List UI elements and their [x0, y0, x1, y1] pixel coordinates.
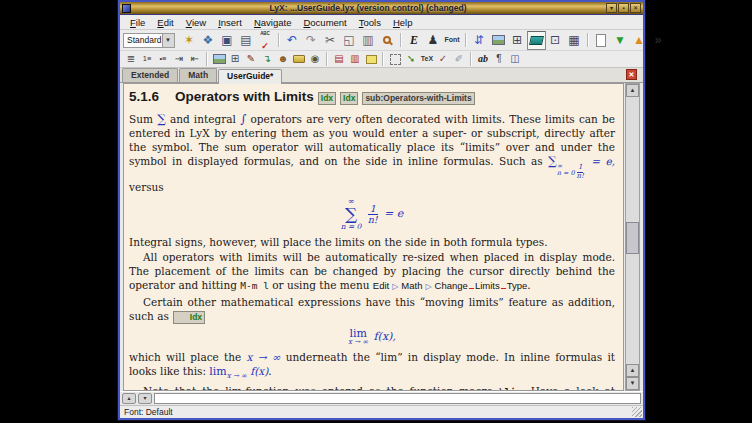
cut-icon[interactable]: ✂: [321, 31, 340, 50]
menu-help[interactable]: Help: [387, 16, 419, 29]
open-folder-icon[interactable]: [291, 52, 307, 67]
spellcheck-icon[interactable]: ABC✓: [256, 31, 275, 50]
menu-document[interactable]: Document: [297, 16, 352, 29]
scroll-up-button[interactable]: ▲: [626, 84, 639, 97]
sum-operator: ∞ ∑ n = 0: [341, 198, 362, 231]
inline-lim-formula[interactable]: limx → ∞ f(x): [209, 365, 268, 377]
insert-graphics-glyph: ⊡: [550, 34, 560, 46]
preview-document-icon[interactable]: [592, 31, 611, 50]
toolbar-overflow-icon[interactable]: »: [649, 31, 668, 50]
undo-icon[interactable]: ↶: [283, 31, 302, 50]
insert-note-icon[interactable]: [363, 52, 379, 67]
insert-file-icon[interactable]: ➘: [403, 52, 419, 67]
history-down-button[interactable]: ▾: [138, 393, 152, 404]
insert-table-glyph: ⊞: [512, 34, 522, 46]
scroll-up-button-bottom[interactable]: ▲: [626, 364, 639, 377]
find-glyph: [383, 36, 391, 44]
insert-box-icon[interactable]: [387, 52, 403, 67]
resize-grip[interactable]: [632, 407, 642, 417]
index-inset[interactable]: Idx: [318, 92, 336, 105]
new-document-icon[interactable]: ✶: [180, 31, 199, 50]
paragraph-layout-combo[interactable]: Standard ▼: [123, 33, 175, 48]
print-icon[interactable]: ▤: [237, 31, 256, 50]
paragraph-settings-icon[interactable]: ¶: [491, 52, 507, 67]
sum-lower-limit: n = 0: [341, 223, 362, 231]
open-document-icon[interactable]: ❖: [199, 31, 218, 50]
vertical-scrollbar[interactable]: ▲ ▲ ▼: [625, 83, 640, 391]
buffer-tabbar: ExtendedMathUserGuide* ✕: [120, 68, 643, 83]
close-button[interactable]: ✕: [630, 3, 641, 13]
shade-button[interactable]: ▾: [606, 3, 617, 13]
menu-file[interactable]: File: [124, 16, 151, 29]
text-style-icon[interactable]: ab: [475, 52, 491, 67]
insert-footnote-icon[interactable]: ▤: [331, 52, 347, 67]
command-minibuffer-input[interactable]: [154, 393, 641, 404]
find-icon[interactable]: [378, 31, 397, 50]
tab-extended[interactable]: Extended: [122, 68, 178, 82]
save-icon[interactable]: ▣: [218, 31, 237, 50]
paste-icon[interactable]: ▥: [359, 31, 378, 50]
insert-note-glyph: [366, 55, 377, 64]
thesaurus-icon[interactable]: ◫: [507, 52, 523, 67]
font-icon[interactable]: Font: [443, 31, 462, 50]
print-glyph: ▤: [240, 34, 251, 46]
insert-graphics-icon[interactable]: ⊡: [546, 31, 565, 50]
menu-edit[interactable]: Edit: [151, 16, 179, 29]
inline-sum-formula[interactable]: ∑∞n = 01n! = e,: [548, 155, 615, 167]
tex-code-icon[interactable]: TeX: [419, 52, 435, 67]
insert-figure-icon[interactable]: [489, 31, 508, 50]
chevron-down-icon[interactable]: ▼: [162, 34, 174, 47]
paste-glyph: ▥: [362, 34, 373, 46]
save-glyph: ▣: [221, 34, 232, 46]
title-bar[interactable]: LyX: ...UserGuide.lyx (version control) …: [120, 2, 643, 15]
depth-decrement-icon[interactable]: ▼: [611, 31, 630, 50]
tab-math[interactable]: Math: [179, 68, 217, 82]
paragraph: Sum ∑ and integral ∫ operators are very …: [129, 112, 615, 194]
scroll-down-button[interactable]: ▼: [626, 377, 639, 390]
math-panel-icon[interactable]: [527, 31, 546, 50]
denominator: n!: [368, 215, 378, 225]
insert-table-icon[interactable]: ⊞: [508, 31, 527, 50]
menu-view[interactable]: View: [180, 16, 212, 29]
open-folder-glyph: [293, 55, 305, 63]
display-formula-lim[interactable]: lim x → ∞ f(x),: [129, 328, 615, 346]
insert-figure2-glyph: [213, 54, 226, 64]
attach-icon[interactable]: ✐: [451, 52, 467, 67]
index-inset[interactable]: Idx: [173, 311, 205, 324]
status-bar: Font: Default: [120, 405, 643, 418]
noun-icon[interactable]: ♟: [424, 31, 443, 50]
maximize-button[interactable]: ▪: [618, 3, 629, 13]
insert-marginnote-glyph: ▥: [350, 54, 359, 64]
scrollbar-track[interactable]: [626, 97, 639, 364]
lim-operator: lim x → ∞: [348, 328, 368, 346]
document-canvas[interactable]: 5.1.6 Operators with Limits Idx Idx sub:…: [123, 83, 624, 391]
tab-userguide[interactable]: UserGuide*: [218, 69, 282, 84]
section-title: Operators with Limits: [175, 90, 314, 104]
denominator: n!: [577, 173, 584, 181]
insert-footnote-glyph: ▤: [334, 54, 343, 64]
menu-insert[interactable]: Insert: [212, 16, 248, 29]
line-spacing-icon[interactable]: ⇵: [470, 31, 489, 50]
scrollbar-thumb[interactable]: [626, 222, 639, 254]
close-buffer-button[interactable]: ✕: [626, 69, 637, 80]
section-number: 5.1.6: [129, 90, 159, 104]
paragraph-settings-glyph: ¶: [496, 54, 501, 64]
font-glyph: Font: [444, 34, 459, 46]
copy-icon[interactable]: ◱: [340, 31, 359, 50]
version-check-icon[interactable]: ✓: [435, 52, 451, 67]
index-inset[interactable]: Idx: [340, 92, 358, 105]
menu-tools[interactable]: Tools: [353, 16, 387, 29]
insert-matrix-icon[interactable]: ▦: [565, 31, 584, 50]
menu-path: Edit▷Math▷ChangeLimitsType: [373, 280, 528, 291]
preview-eye-icon[interactable]: ◉: [307, 52, 323, 67]
emphasis-icon[interactable]: E: [405, 31, 424, 50]
menu-navigate[interactable]: Navigate: [248, 16, 298, 29]
display-formula-sum[interactable]: ∞ ∑ n = 0 1 n! = e: [129, 198, 615, 231]
redo-icon[interactable]: ↷: [302, 31, 321, 50]
label-inset[interactable]: sub:Operators-with-Limits: [362, 92, 474, 105]
depth-increment-icon[interactable]: ▲: [630, 31, 649, 50]
inline-math[interactable]: x → ∞: [246, 351, 280, 363]
insert-marginnote-icon[interactable]: ▥: [347, 52, 363, 67]
equals-rhs: = e: [384, 207, 403, 220]
history-up-button[interactable]: ▴: [122, 393, 136, 404]
